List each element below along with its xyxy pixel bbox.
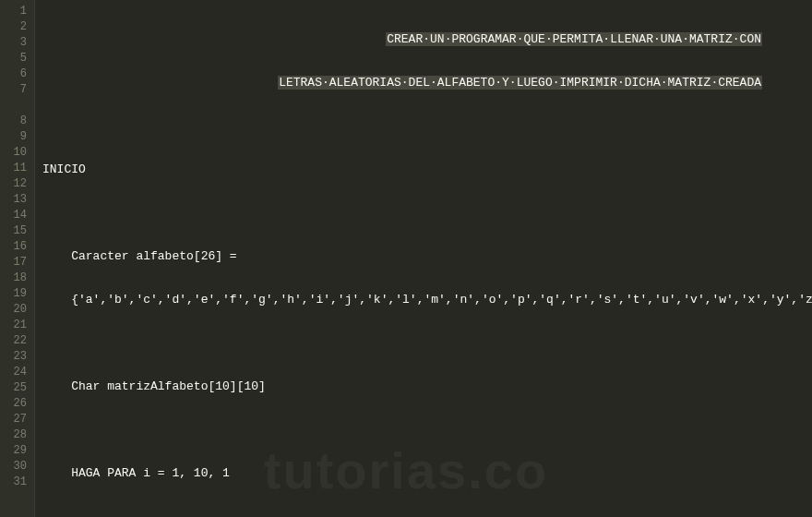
line-number: 19 [0, 286, 34, 302]
line-number: 24 [0, 365, 34, 380]
code-line: LETRAS·ALEATORIAS·DEL·ALFABETO·Y·LUEGO·I… [42, 75, 812, 90]
line-number: 11 [0, 161, 34, 176]
line-number: 13 [0, 192, 34, 208]
code-line: CREAR·UN·PROGRAMAR·QUE·PERMITA·LLENAR·UN… [42, 31, 812, 47]
line-number: 16 [0, 239, 34, 255]
line-number: 23 [0, 349, 34, 365]
line-number: 27 [0, 412, 34, 427]
code-editor[interactable]: 1 2 3 5 6 7 8 9 10 11 12 13 14 15 16 17 … [0, 0, 812, 517]
code-line: Char matrizAlfabeto[10][10] [42, 379, 812, 394]
code-line [42, 118, 812, 134]
code-area[interactable]: CREAR·UN·PROGRAMAR·QUE·PERMITA·LLENAR·UN… [35, 0, 812, 517]
line-number: 2 [0, 19, 34, 35]
line-number: 20 [0, 302, 34, 318]
line-number: 18 [0, 271, 34, 286]
line-number [0, 98, 34, 114]
line-number: 9 [0, 129, 34, 145]
line-number: 1 [0, 4, 34, 19]
line-number: 31 [0, 475, 34, 490]
line-number: 7 [0, 82, 34, 98]
line-number-gutter: 1 2 3 5 6 7 8 9 10 11 12 13 14 15 16 17 … [0, 0, 35, 517]
line-number: 29 [0, 443, 34, 459]
line-number: 17 [0, 255, 34, 271]
code-line [42, 205, 812, 221]
code-line [42, 422, 812, 438]
code-line [42, 509, 812, 517]
code-line: INICIO [42, 162, 812, 177]
line-number: 8 [0, 114, 34, 129]
line-number: 15 [0, 223, 34, 239]
line-number: 3 [0, 35, 34, 51]
line-number: 21 [0, 318, 34, 333]
line-number: 28 [0, 427, 34, 443]
line-number: 30 [0, 459, 34, 475]
line-number: 14 [0, 208, 34, 223]
line-number: 10 [0, 145, 34, 161]
code-line: HAGA PARA i = 1, 10, 1 [42, 465, 812, 481]
line-number: 5 [0, 51, 34, 66]
code-line: Caracter alfabeto[26] = [42, 248, 812, 264]
line-number: 6 [0, 66, 34, 82]
line-number: 26 [0, 396, 34, 412]
line-number: 22 [0, 333, 34, 349]
code-line [42, 335, 812, 351]
line-number: 12 [0, 176, 34, 192]
code-line: {'a','b','c','d','e','f','g','h','i','j'… [42, 292, 812, 307]
line-number: 25 [0, 380, 34, 396]
